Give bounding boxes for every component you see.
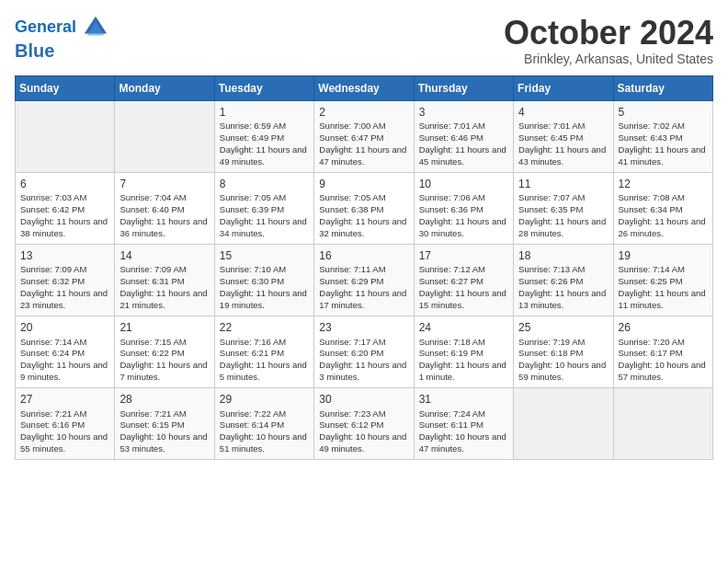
calendar-cell: 14Sunrise: 7:09 AMSunset: 6:31 PMDayligh… [115,244,214,316]
calendar-body: 1Sunrise: 6:59 AMSunset: 6:49 PMDaylight… [16,100,713,459]
day-info: Sunrise: 7:14 AMSunset: 6:24 PMDaylight:… [20,337,109,384]
logo-icon [83,15,108,40]
location: Brinkley, Arkansas, United States [504,52,713,66]
logo-blue: Blue [15,40,54,61]
day-number: 30 [319,392,408,408]
day-number: 15 [220,248,309,264]
day-info: Sunrise: 7:17 AMSunset: 6:20 PMDaylight:… [319,337,408,384]
calendar-cell: 13Sunrise: 7:09 AMSunset: 6:32 PMDayligh… [16,244,115,316]
calendar-cell: 16Sunrise: 7:11 AMSunset: 6:29 PMDayligh… [314,244,414,316]
week-row-3: 13Sunrise: 7:09 AMSunset: 6:32 PMDayligh… [16,244,713,316]
day-info: Sunrise: 7:05 AMSunset: 6:39 PMDaylight:… [220,192,309,239]
calendar-cell: 21Sunrise: 7:15 AMSunset: 6:22 PMDayligh… [115,316,214,387]
calendar-cell [514,387,613,459]
column-header-tuesday: Tuesday [214,75,313,100]
day-info: Sunrise: 7:19 AMSunset: 6:18 PMDaylight:… [518,337,608,384]
calendar-cell: 29Sunrise: 7:22 AMSunset: 6:14 PMDayligh… [214,387,313,459]
day-info: Sunrise: 7:04 AMSunset: 6:40 PMDaylight:… [119,192,209,239]
column-header-saturday: Saturday [613,75,712,100]
calendar-cell: 15Sunrise: 7:10 AMSunset: 6:30 PMDayligh… [214,244,313,316]
week-row-2: 6Sunrise: 7:03 AMSunset: 6:42 PMDaylight… [16,172,713,244]
day-info: Sunrise: 7:09 AMSunset: 6:31 PMDaylight:… [119,264,209,311]
day-number: 25 [518,320,608,336]
logo: General Blue [15,15,108,62]
calendar-header-row: SundayMondayTuesdayWednesdayThursdayFrid… [16,75,713,100]
day-info: Sunrise: 7:22 AMSunset: 6:14 PMDaylight:… [220,408,309,455]
week-row-4: 20Sunrise: 7:14 AMSunset: 6:24 PMDayligh… [16,316,713,387]
calendar-cell: 23Sunrise: 7:17 AMSunset: 6:20 PMDayligh… [314,316,414,387]
day-info: Sunrise: 7:03 AMSunset: 6:42 PMDaylight:… [20,192,109,239]
column-header-friday: Friday [514,75,613,100]
day-number: 11 [518,177,608,192]
day-info: Sunrise: 7:16 AMSunset: 6:21 PMDaylight:… [220,337,309,384]
day-info: Sunrise: 7:01 AMSunset: 6:46 PMDaylight:… [419,121,508,167]
day-number: 9 [319,177,408,192]
calendar-cell: 22Sunrise: 7:16 AMSunset: 6:21 PMDayligh… [214,316,313,387]
calendar-cell: 8Sunrise: 7:05 AMSunset: 6:39 PMDaylight… [214,172,313,244]
calendar-cell [16,100,115,172]
day-info: Sunrise: 7:11 AMSunset: 6:29 PMDaylight:… [319,264,408,311]
calendar-cell: 28Sunrise: 7:21 AMSunset: 6:15 PMDayligh… [115,387,214,459]
page-header: General Blue October 2024 Brinkley, Arka… [15,15,713,66]
column-header-thursday: Thursday [414,75,513,100]
column-header-wednesday: Wednesday [314,75,414,100]
day-info: Sunrise: 7:02 AMSunset: 6:43 PMDaylight:… [619,121,708,167]
day-number: 3 [419,105,508,121]
calendar-cell: 6Sunrise: 7:03 AMSunset: 6:42 PMDaylight… [16,172,115,244]
day-info: Sunrise: 6:59 AMSunset: 6:49 PMDaylight:… [220,121,309,167]
column-header-monday: Monday [115,75,214,100]
day-number: 13 [20,248,109,264]
day-number: 5 [619,105,708,121]
calendar-cell: 30Sunrise: 7:23 AMSunset: 6:12 PMDayligh… [314,387,414,459]
calendar-cell: 7Sunrise: 7:04 AMSunset: 6:40 PMDaylight… [115,172,214,244]
calendar-cell: 11Sunrise: 7:07 AMSunset: 6:35 PMDayligh… [514,172,613,244]
day-info: Sunrise: 7:06 AMSunset: 6:36 PMDaylight:… [419,192,508,239]
day-number: 6 [20,177,109,192]
column-header-sunday: Sunday [16,75,115,100]
day-number: 4 [518,105,608,121]
day-info: Sunrise: 7:00 AMSunset: 6:47 PMDaylight:… [319,121,408,167]
calendar-cell: 10Sunrise: 7:06 AMSunset: 6:36 PMDayligh… [414,172,513,244]
day-number: 24 [419,320,508,336]
day-number: 16 [319,248,408,264]
calendar-cell: 17Sunrise: 7:12 AMSunset: 6:27 PMDayligh… [414,244,513,316]
title-block: October 2024 Brinkley, Arkansas, United … [504,15,713,66]
calendar-cell [613,387,712,459]
day-info: Sunrise: 7:15 AMSunset: 6:22 PMDaylight:… [119,337,209,384]
day-info: Sunrise: 7:14 AMSunset: 6:25 PMDaylight:… [619,264,708,311]
day-number: 22 [220,320,309,336]
week-row-1: 1Sunrise: 6:59 AMSunset: 6:49 PMDaylight… [16,100,713,172]
calendar-cell: 1Sunrise: 6:59 AMSunset: 6:49 PMDaylight… [214,100,313,172]
day-info: Sunrise: 7:05 AMSunset: 6:38 PMDaylight:… [319,192,408,239]
calendar-cell: 20Sunrise: 7:14 AMSunset: 6:24 PMDayligh… [16,316,115,387]
calendar-cell: 27Sunrise: 7:21 AMSunset: 6:16 PMDayligh… [16,387,115,459]
calendar-cell: 19Sunrise: 7:14 AMSunset: 6:25 PMDayligh… [613,244,712,316]
day-number: 1 [220,105,309,121]
day-info: Sunrise: 7:21 AMSunset: 6:16 PMDaylight:… [20,408,109,455]
day-number: 31 [419,392,508,408]
day-number: 8 [220,177,309,192]
day-number: 12 [619,177,708,192]
day-info: Sunrise: 7:09 AMSunset: 6:32 PMDaylight:… [20,264,109,311]
calendar-cell: 5Sunrise: 7:02 AMSunset: 6:43 PMDaylight… [613,100,712,172]
day-info: Sunrise: 7:12 AMSunset: 6:27 PMDaylight:… [419,264,508,311]
day-number: 26 [619,320,708,336]
day-info: Sunrise: 7:21 AMSunset: 6:15 PMDaylight:… [119,408,209,455]
day-number: 2 [319,105,408,121]
day-info: Sunrise: 7:10 AMSunset: 6:30 PMDaylight:… [220,264,309,311]
calendar-cell [115,100,214,172]
calendar-cell: 9Sunrise: 7:05 AMSunset: 6:38 PMDaylight… [314,172,414,244]
day-info: Sunrise: 7:13 AMSunset: 6:26 PMDaylight:… [518,264,608,311]
calendar-cell: 26Sunrise: 7:20 AMSunset: 6:17 PMDayligh… [613,316,712,387]
day-number: 20 [20,320,109,336]
calendar-cell: 24Sunrise: 7:18 AMSunset: 6:19 PMDayligh… [414,316,513,387]
day-info: Sunrise: 7:23 AMSunset: 6:12 PMDaylight:… [319,408,408,455]
day-number: 7 [119,177,209,192]
calendar-cell: 31Sunrise: 7:24 AMSunset: 6:11 PMDayligh… [414,387,513,459]
day-info: Sunrise: 7:18 AMSunset: 6:19 PMDaylight:… [419,337,508,384]
calendar-cell: 3Sunrise: 7:01 AMSunset: 6:46 PMDaylight… [414,100,513,172]
day-info: Sunrise: 7:24 AMSunset: 6:11 PMDaylight:… [419,408,508,455]
day-number: 27 [20,392,109,408]
day-number: 14 [119,248,209,264]
calendar-cell: 18Sunrise: 7:13 AMSunset: 6:26 PMDayligh… [514,244,613,316]
